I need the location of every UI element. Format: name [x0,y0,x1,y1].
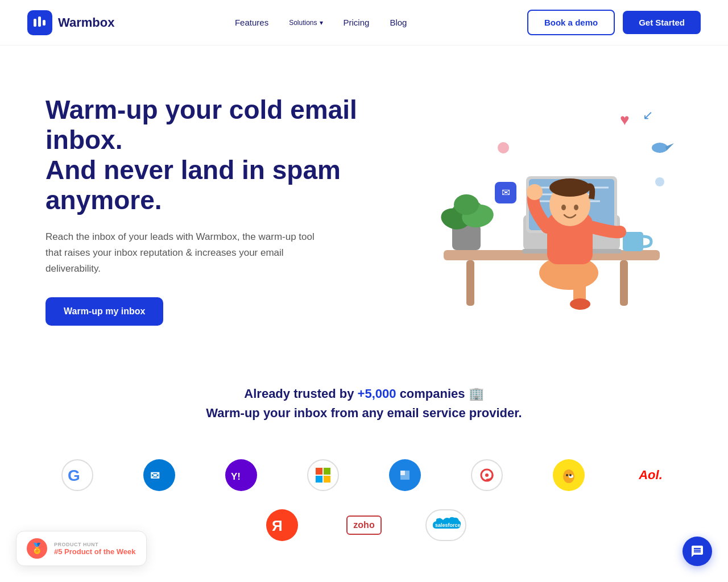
hero-subtitle: Reach the inbox of your leads with Warmb… [46,229,318,277]
svg-rect-1 [38,16,41,27]
svg-point-50 [569,474,572,476]
svg-point-30 [561,205,566,210]
logo-mailchimp [541,457,596,493]
svg-rect-41 [324,468,330,475]
svg-point-4 [652,143,668,153]
hero-content: Warm-up your cold email inbox. And never… [46,95,364,326]
nav-pricing[interactable]: Pricing [344,18,370,27]
logo-zoho: zoho [337,507,391,543]
svg-rect-9 [620,260,628,306]
svg-point-35 [498,142,509,153]
svg-rect-43 [324,476,330,483]
svg-rect-0 [34,19,36,27]
logo-aol: Aol. [623,457,678,493]
warmup-cta-button[interactable]: Warm-up my inbox [46,297,163,326]
logo-icon [27,10,52,35]
svg-rect-8 [466,260,474,306]
svg-rect-2 [43,20,46,26]
svg-rect-42 [316,476,322,483]
chat-icon [690,544,704,557]
nav-blog[interactable]: Blog [390,18,407,27]
hero-illustration: ♥ ↙ [398,91,682,330]
logo-outlook: ✉ [132,457,187,493]
book-demo-button[interactable]: Book a demo [527,10,615,35]
logo-sendgrid [378,457,432,493]
logo-atmail [460,457,514,493]
nav-links: Features Solutions ▾ Pricing Blog [235,18,407,27]
hero-title: Warm-up your cold email inbox. And never… [46,95,364,215]
svg-point-32 [527,184,543,200]
svg-rect-17 [623,232,643,251]
logo-microsoft [296,457,350,493]
logo-yandex: Я [255,507,309,543]
svg-text:♥: ♥ [620,111,630,128]
ph-medal-icon: 🏅 [27,538,47,557]
logo-salesforce: salesforce [419,507,473,543]
hero-illustration-area: ♥ ↙ [364,91,682,330]
nav-actions: Book a demo Get Started [527,10,701,35]
logo-google: G [50,457,105,493]
svg-point-45 [485,473,489,477]
svg-text:Y!: Y! [231,471,241,482]
svg-text:↙: ↙ [643,108,653,122]
svg-point-22 [454,194,479,215]
ph-badge-text: PRODUCT HUNT #5 Product of the Week [54,542,136,556]
svg-text:G: G [68,467,80,484]
svg-rect-40 [316,468,322,475]
logo-yahoo: Y! [214,457,268,493]
logo-symbol [32,15,47,30]
svg-point-31 [574,205,578,210]
trust-subtitle: Warm-up your inbox from any email servic… [27,406,701,421]
svg-point-49 [566,474,568,476]
svg-point-29 [549,178,590,197]
svg-text:Я: Я [272,517,283,534]
svg-text:salesforce: salesforce [435,522,461,528]
trust-text: Already trusted by +5,000 companies 🏢 [27,386,701,401]
product-hunt-badge[interactable]: 🏅 PRODUCT HUNT #5 Product of the Week [16,531,147,557]
svg-text:✉: ✉ [150,469,160,482]
svg-point-36 [655,177,664,186]
logo[interactable]: Warmbox [27,10,114,35]
svg-text:✉: ✉ [502,187,510,198]
nav-solutions[interactable]: Solutions ▾ [289,19,322,27]
svg-marker-5 [665,143,674,151]
chevron-down-icon: ▾ [320,19,323,27]
svg-point-26 [570,298,590,310]
hero-section: Warm-up your cold email inbox. And never… [0,45,728,364]
get-started-button[interactable]: Get Started [623,11,701,34]
navbar: Warmbox Features Solutions ▾ Pricing Blo… [0,0,728,45]
nav-features[interactable]: Features [235,18,268,27]
logo-text: Warmbox [58,15,114,30]
trust-section: Already trusted by +5,000 companies 🏢 Wa… [0,364,728,434]
